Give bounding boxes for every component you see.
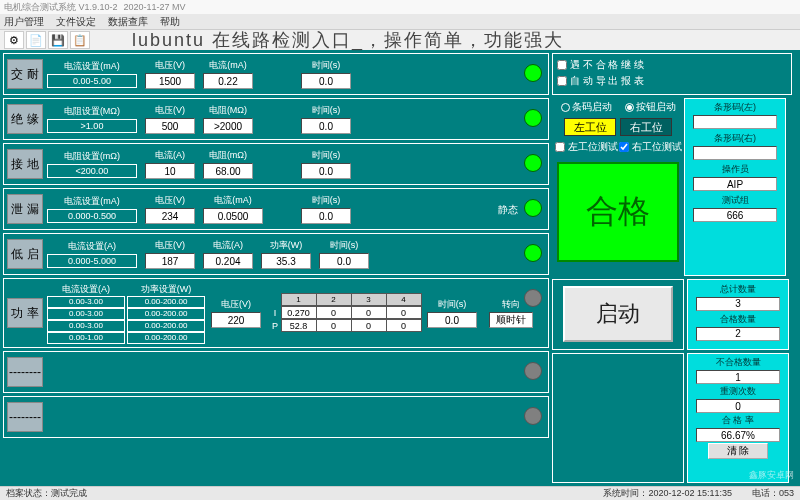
status-dot — [524, 244, 542, 262]
right-column: 遇 不 合 格 继 续 自 动 导 出 报 表 条码启动 按钮启动 左工位 右工… — [552, 53, 792, 483]
cat-jiedi[interactable]: 接 地 — [7, 149, 43, 179]
station-left[interactable]: 左工位 — [564, 118, 616, 136]
status-dot — [524, 154, 542, 172]
toolbar: ⚙ 📄 💾 📋 lubuntu 在线路检测入口_，操作简单，功能强大 — [0, 30, 800, 50]
sys-time: 系统时间：2020-12-02 15:11:35 — [603, 487, 732, 500]
menu-data[interactable]: 数据查库 — [108, 15, 148, 29]
row-jiaonai: 交 耐 电流设置(mA)0.00-5.00 电压(V)1500 电流(mA)0.… — [3, 53, 549, 95]
radio-button[interactable]: 按钮启动 — [625, 100, 676, 114]
station-right[interactable]: 右工位 — [620, 118, 672, 136]
radio-barcode[interactable]: 条码启动 — [561, 100, 612, 114]
side-panel-top: 条形码(左) 条形码(右) 操作员AIP 测试组666 — [684, 98, 786, 276]
cat-xielou[interactable]: 泄 漏 — [7, 194, 43, 224]
row-empty1: -------- — [3, 351, 549, 393]
chk-left-test[interactable] — [555, 142, 565, 152]
settings-icon[interactable]: ⚙ — [4, 31, 24, 49]
row-xielou: 泄 漏 电流设置(mA)0.000-0.500 电压(V)234 电流(mA)0… — [3, 188, 549, 230]
side-panel-bottom: 不合格数量1 重测次数0 合 格 率66.67% 清 除 — [687, 353, 789, 483]
row-jiedi: 接 地 电阻设置(mΩ)<200.00 电流(A)10 电阻(mΩ)68.00 … — [3, 143, 549, 185]
status-bar: 档案状态：测试完成 系统时间：2020-12-02 15:11:35 电话：05… — [0, 486, 800, 500]
power-table: 1234 I0.270000 P52.8000 — [269, 294, 421, 333]
titlebar: 电机综合测试系统 V1.9.10-2 2020-11-27 MV — [0, 0, 800, 14]
bottom-panel: 不合格数量1 重测次数0 合 格 率66.67% 清 除 — [552, 353, 792, 483]
menu-file[interactable]: 文件设定 — [56, 15, 96, 29]
clear-button[interactable]: 清 除 — [708, 443, 768, 459]
banner: lubuntu 在线路检测入口_，操作简单，功能强大 — [132, 28, 564, 52]
cat-jiaonai[interactable]: 交 耐 — [7, 59, 43, 89]
status-dot — [524, 199, 542, 217]
file-date: 2020-11-27 MV — [124, 2, 186, 12]
row-empty2: -------- — [3, 396, 549, 438]
options-panel: 遇 不 合 格 继 续 自 动 导 出 报 表 — [552, 53, 792, 95]
set-value[interactable]: 0.00-5.00 — [47, 74, 137, 88]
lower-panel: 启动 总计数量3 合格数量2 — [552, 279, 792, 351]
row-jueyuan: 绝 缘 电阻设置(MΩ)>1.00 电压(V)500 电阻(MΩ)>2000 时… — [3, 98, 549, 140]
side-panel-mid: 总计数量3 合格数量2 — [687, 279, 789, 351]
status-dot — [524, 64, 542, 82]
status-dot — [524, 407, 542, 425]
doc-status: 档案状态：测试完成 — [6, 487, 87, 500]
left-column: 交 耐 电流设置(mA)0.00-5.00 电压(V)1500 电流(mA)0.… — [3, 53, 549, 483]
operator[interactable]: AIP — [693, 177, 777, 191]
chk-export[interactable] — [557, 76, 567, 86]
mid-panel: 条码启动 按钮启动 左工位 右工位 左工位测试 右工位测试 合格 条形码(左) … — [552, 98, 792, 276]
record-icon[interactable]: 📋 — [70, 31, 90, 49]
menu-help[interactable]: 帮助 — [160, 15, 180, 29]
cur-field: 0.22 — [203, 73, 253, 89]
save-icon[interactable]: 💾 — [48, 31, 68, 49]
app-title: 电机综合测试系统 V1.9.10-2 — [4, 1, 118, 14]
doc-icon[interactable]: 📄 — [26, 31, 46, 49]
chk-continue[interactable] — [557, 60, 567, 70]
cat-jueyuan[interactable]: 绝 缘 — [7, 104, 43, 134]
watermark: 鑫豚安卓网 — [749, 469, 794, 482]
status-dot — [524, 109, 542, 127]
menu-user[interactable]: 用户管理 — [4, 15, 44, 29]
set-label: 电流设置(mA) — [64, 60, 120, 73]
status-dot — [524, 289, 542, 307]
main-area: 交 耐 电流设置(mA)0.00-5.00 电压(V)1500 电流(mA)0.… — [0, 50, 800, 486]
row-gonglv: 功 率 电流设置(A)功率设置(W) 0.00-3.000.00-200.00 … — [3, 278, 549, 348]
result-display: 合格 — [557, 162, 679, 262]
chk-right-test[interactable] — [619, 142, 629, 152]
start-button[interactable]: 启动 — [563, 286, 673, 342]
test-group[interactable]: 666 — [693, 208, 777, 222]
barcode-right[interactable] — [693, 146, 777, 160]
status-dot — [524, 362, 542, 380]
barcode-left[interactable] — [693, 115, 777, 129]
volt-field[interactable]: 1500 — [145, 73, 195, 89]
cat-gonglv[interactable]: 功 率 — [7, 298, 43, 328]
static-label: 静态 — [498, 203, 518, 217]
tel: 电话：053 — [752, 487, 794, 500]
cat-diqi[interactable]: 低 启 — [7, 239, 43, 269]
time-field: 0.0 — [301, 73, 351, 89]
row-diqi: 低 启 电流设置(A)0.000-5.000 电压(V)187 电流(A)0.2… — [3, 233, 549, 275]
